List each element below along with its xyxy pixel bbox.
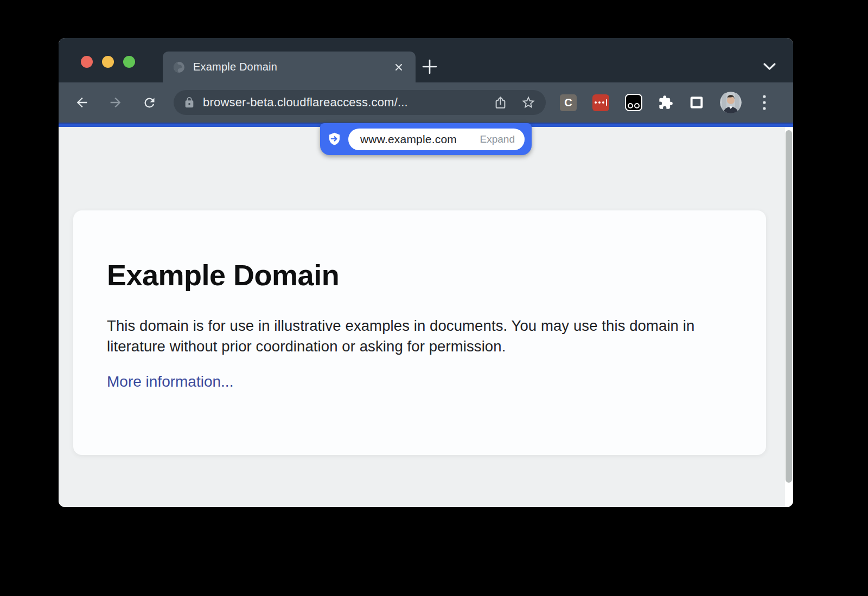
url-text: browser-beta.cloudflareaccess.com/... <box>203 95 487 110</box>
tab-title: Example Domain <box>193 61 392 73</box>
plus-icon <box>422 59 438 75</box>
more-information-link[interactable]: More information... <box>107 373 233 390</box>
window-zoom-button[interactable] <box>123 56 135 68</box>
window-minimize-button[interactable] <box>102 56 114 68</box>
bookmark-star-icon[interactable] <box>521 95 536 110</box>
kebab-menu-icon <box>762 94 767 111</box>
extension-password-manager-icon[interactable] <box>592 94 609 111</box>
reload-button[interactable] <box>138 91 161 114</box>
chevron-down-icon <box>762 61 777 72</box>
avatar-photo <box>720 92 742 113</box>
lock-icon <box>183 97 195 108</box>
forward-arrow-icon <box>108 95 123 110</box>
tab-strip: Example Domain <box>59 38 793 82</box>
extensions-row: C <box>560 92 771 113</box>
traffic-lights <box>81 56 135 68</box>
extension-two-circles-icon[interactable] <box>625 94 642 111</box>
page-content: Example Domain This domain is for use in… <box>59 127 793 507</box>
page-title: Example Domain <box>107 258 733 292</box>
isolation-shield-icon <box>327 132 342 146</box>
address-bar[interactable]: browser-beta.cloudflareaccess.com/... <box>174 90 546 115</box>
page-paragraph: This domain is for use in illustrative e… <box>107 316 733 357</box>
expand-button[interactable]: Expand <box>480 133 515 145</box>
browser-window: Example Domain <box>59 38 793 507</box>
isolation-inner-pill: www.example.com Expand <box>348 129 525 150</box>
tab-search-button[interactable] <box>762 60 777 74</box>
profile-avatar[interactable] <box>720 92 742 113</box>
extensions-puzzle-icon[interactable] <box>658 95 673 110</box>
isolated-host-text: www.example.com <box>360 133 457 146</box>
active-tab[interactable]: Example Domain <box>163 52 416 82</box>
browser-menu-button[interactable] <box>757 94 771 111</box>
scrollbar-thumb[interactable] <box>786 130 792 483</box>
globe-favicon-icon <box>173 61 186 74</box>
reload-icon <box>142 95 157 110</box>
back-button[interactable] <box>71 91 93 114</box>
tab-close-icon[interactable] <box>392 60 406 74</box>
side-panel-icon[interactable] <box>689 95 704 110</box>
extension-c-icon[interactable]: C <box>560 94 577 111</box>
new-tab-button[interactable] <box>419 56 441 78</box>
isolation-host-pill[interactable]: www.example.com Expand <box>320 123 532 155</box>
share-icon[interactable] <box>493 95 508 110</box>
example-domain-card: Example Domain This domain is for use in… <box>73 210 766 455</box>
forward-button[interactable] <box>104 91 127 114</box>
back-arrow-icon <box>74 95 90 110</box>
scrollbar-track[interactable] <box>785 127 793 507</box>
toolbar: browser-beta.cloudflareaccess.com/... C <box>59 82 793 123</box>
window-close-button[interactable] <box>81 56 93 68</box>
